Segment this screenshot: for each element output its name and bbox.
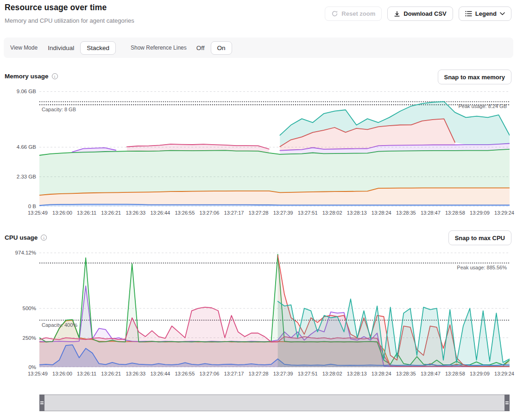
x-tick-label: 13:26:55 (175, 210, 195, 216)
view-mode-stacked[interactable]: Stacked (80, 41, 116, 55)
memory-chart: 9.06 GB4.66 GB2.33 GB0 B 13:25:4913:26:0… (0, 91, 517, 206)
y-tick-label: 0% (28, 364, 36, 370)
x-tick-label: 13:29:09 (470, 371, 490, 376)
cpu-chart: 974.12%500%250%0% 13:25:4913:26:0013:26:… (0, 253, 517, 367)
info-icon[interactable]: i (52, 73, 58, 79)
info-icon[interactable]: i (41, 235, 47, 241)
memory-section-header: Memory usage i (5, 73, 58, 80)
x-tick-label: 13:26:11 (77, 371, 96, 376)
reference-lines-off[interactable]: Off (196, 45, 205, 51)
snap-to-max-memory-button[interactable]: Snap to max memory (438, 70, 512, 84)
y-tick-label: 9.06 GB (17, 89, 36, 94)
x-tick-label: 13:26:44 (150, 210, 170, 216)
download-csv-button[interactable]: Download CSV (387, 6, 453, 21)
x-tick-label: 13:29:09 (470, 210, 490, 216)
y-tick-label: 4.66 GB (17, 144, 36, 150)
cpu-x-axis: 13:25:4913:26:0013:26:1113:26:2113:26:33… (28, 371, 514, 376)
page-title: Resource usage over time (5, 3, 107, 13)
memory-plot-area[interactable] (39, 91, 510, 206)
x-tick-label: 13:26:33 (126, 371, 145, 376)
x-tick-label: 13:27:28 (249, 210, 269, 216)
reset-zoom-button[interactable]: Reset zoom (325, 6, 382, 21)
x-tick-label: 13:26:44 (150, 371, 170, 376)
x-tick-label: 13:26:33 (126, 210, 145, 216)
x-tick-label: 13:28:47 (421, 371, 441, 376)
x-tick-label: 13:26:21 (101, 210, 121, 216)
x-tick-label: 13:28:13 (347, 371, 367, 376)
x-tick-label: 13:28:58 (445, 371, 465, 376)
x-tick-label: 13:28:02 (322, 371, 342, 376)
x-tick-label: 13:29:24 (494, 210, 514, 216)
snap-to-max-cpu-button[interactable]: Snap to max CPU (448, 230, 511, 245)
reference-line-label: Capacity: 400% (42, 322, 77, 328)
x-tick-label: 13:28:13 (347, 210, 367, 216)
y-tick-label: 250% (23, 335, 36, 341)
x-tick-label: 13:26:11 (77, 210, 96, 216)
y-tick-label: 500% (23, 305, 36, 311)
x-tick-label: 13:27:17 (224, 210, 244, 216)
x-tick-label: 13:26:00 (52, 210, 72, 216)
x-tick-label: 13:28:35 (396, 210, 416, 216)
cpu-section-title: CPU usage (5, 234, 38, 241)
reference-line-label: Capacity: 8 GB (42, 107, 76, 112)
cpu-section-header: CPU usage i (5, 234, 47, 241)
x-tick-label: 13:27:28 (249, 371, 269, 376)
brush-handle-left[interactable] (39, 395, 44, 411)
x-tick-label: 13:28:47 (421, 210, 441, 216)
cpu-y-axis: 974.12%500%250%0% (0, 253, 36, 367)
show-reference-lines-label: Show Reference Lines (131, 45, 187, 51)
x-tick-label: 13:27:06 (200, 210, 220, 216)
x-tick-label: 13:26:55 (175, 371, 195, 376)
view-options-toolbar: View Mode Individual Stacked Show Refere… (4, 38, 513, 58)
x-tick-label: 13:27:39 (273, 371, 293, 376)
brush-handle-right[interactable] (504, 395, 510, 411)
chevron-down-icon (500, 12, 505, 15)
cpu-plot-area[interactable] (39, 253, 510, 367)
x-tick-label: 13:28:02 (322, 210, 342, 216)
x-tick-label: 13:27:51 (298, 210, 318, 216)
x-tick-label: 13:28:24 (372, 371, 391, 376)
header-actions: Reset zoom Download CSV Legend (325, 6, 511, 21)
time-range-brush[interactable] (39, 395, 510, 411)
x-tick-label: 13:27:39 (273, 210, 293, 216)
x-tick-label: 13:27:17 (224, 371, 244, 376)
legend-button[interactable]: Legend (459, 6, 511, 21)
page-subtitle: Memory and CPU utilization for agent cat… (5, 17, 134, 24)
x-tick-label: 13:26:21 (101, 371, 121, 376)
x-tick-label: 13:25:49 (28, 210, 48, 216)
x-tick-label: 13:28:35 (396, 371, 416, 376)
y-tick-label: 974.12% (15, 250, 36, 255)
resource-usage-page: Resource usage over time Memory and CPU … (0, 0, 517, 420)
x-tick-label: 13:27:51 (298, 371, 318, 376)
x-tick-label: 13:27:06 (200, 371, 220, 376)
reference-line-label: Peak usage: 8.24 GB (458, 103, 507, 109)
y-tick-label: 2.33 GB (17, 174, 36, 179)
x-tick-label: 13:28:58 (445, 210, 465, 216)
view-mode-individual[interactable]: Individual (48, 45, 74, 51)
memory-y-axis: 9.06 GB4.66 GB2.33 GB0 B (0, 91, 36, 206)
refresh-icon (331, 10, 338, 17)
y-tick-label: 0 B (28, 204, 36, 209)
x-tick-label: 13:26:00 (52, 371, 72, 376)
reference-line-label: Peak usage: 885.56% (457, 265, 507, 270)
memory-section-title: Memory usage (5, 73, 49, 80)
download-icon (394, 11, 400, 17)
x-tick-label: 13:25:49 (28, 371, 48, 376)
x-tick-label: 13:29:24 (494, 371, 514, 376)
list-icon (465, 11, 472, 17)
x-tick-label: 13:28:24 (372, 210, 391, 216)
view-mode-label: View Mode (10, 45, 38, 51)
reference-lines-on[interactable]: On (211, 41, 232, 55)
memory-x-axis: 13:25:4913:26:0013:26:1113:26:2113:26:33… (28, 210, 514, 216)
